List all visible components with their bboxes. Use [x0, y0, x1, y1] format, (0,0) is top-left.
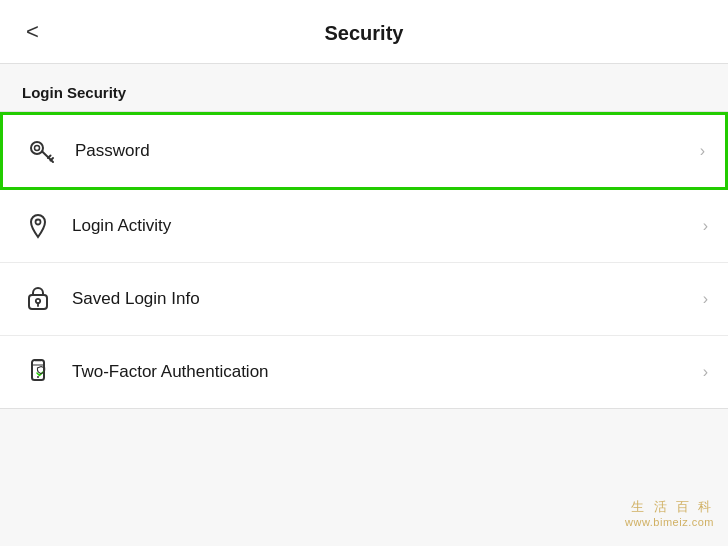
key-icon: [23, 133, 59, 169]
svg-line-3: [48, 156, 51, 159]
security-screen: < Security Login Security Password ›: [0, 0, 728, 546]
page-title: Security: [325, 22, 404, 45]
watermark-text: 生 活 百 科: [631, 498, 714, 516]
shield-phone-icon: [20, 354, 56, 390]
back-button[interactable]: <: [18, 17, 47, 47]
login-activity-label: Login Activity: [72, 216, 695, 236]
menu-item-login-activity[interactable]: Login Activity ›: [0, 190, 728, 263]
content-area: Login Security Password ›: [0, 64, 728, 546]
svg-point-1: [35, 146, 40, 151]
location-icon: [20, 208, 56, 244]
menu-item-saved-login[interactable]: Saved Login Info ›: [0, 263, 728, 336]
svg-line-4: [51, 158, 54, 161]
menu-item-password[interactable]: Password ›: [0, 112, 728, 190]
watermark: 生 活 百 科 www.bimeiz.com: [625, 498, 714, 528]
watermark-url: www.bimeiz.com: [625, 516, 714, 528]
header: < Security: [0, 0, 728, 64]
menu-item-two-factor[interactable]: Two-Factor Authentication ›: [0, 336, 728, 408]
keyhole-icon: [20, 281, 56, 317]
password-chevron: ›: [700, 142, 705, 160]
two-factor-chevron: ›: [703, 363, 708, 381]
login-activity-chevron: ›: [703, 217, 708, 235]
svg-point-5: [36, 220, 41, 225]
saved-login-label: Saved Login Info: [72, 289, 695, 309]
svg-point-10: [37, 376, 39, 378]
menu-list: Password › Login Activity ›: [0, 111, 728, 409]
password-label: Password: [75, 141, 692, 161]
two-factor-label: Two-Factor Authentication: [72, 362, 695, 382]
saved-login-chevron: ›: [703, 290, 708, 308]
svg-point-0: [31, 142, 43, 154]
section-header-login-security: Login Security: [0, 64, 728, 111]
